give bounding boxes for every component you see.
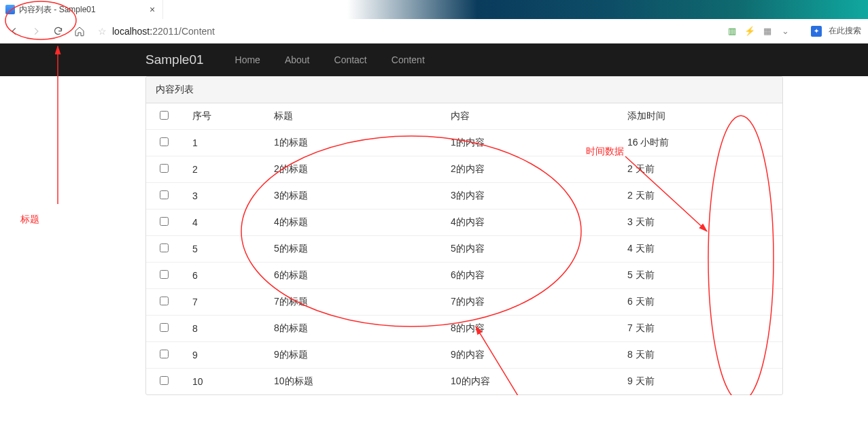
search-engine-icon[interactable]: ✦ <box>811 26 822 37</box>
cell-time: 7 天前 <box>622 316 782 342</box>
cell-time: 2 天前 <box>622 183 782 209</box>
new-tab-button[interactable]: ＋ <box>163 0 182 19</box>
row-checkbox[interactable] <box>160 137 169 146</box>
cell-index: 2 <box>187 156 268 183</box>
reload-button[interactable] <box>50 24 65 39</box>
back-button[interactable] <box>7 24 22 39</box>
row-checkbox[interactable] <box>160 297 169 305</box>
cell-title: 3的标题 <box>268 183 445 209</box>
nav-link-home[interactable]: Home <box>223 44 273 76</box>
header-checkbox[interactable] <box>160 111 169 120</box>
row-checkbox[interactable] <box>160 350 169 358</box>
table-row: 44的标题4的内容3 天前 <box>146 209 782 236</box>
toolbar-right: ▥ ⚡ ▦ ⌄ ✦ 在此搜索 <box>727 25 861 37</box>
url-host: localhost: <box>112 26 152 37</box>
arrow-left-icon <box>10 27 19 36</box>
forward-button[interactable] <box>29 24 44 39</box>
row-checkbox[interactable] <box>160 243 169 252</box>
cell-index: 9 <box>187 342 268 369</box>
brand-label[interactable]: Sample01 <box>145 52 204 67</box>
url-path: 22011/Content <box>152 26 215 37</box>
cell-index: 10 <box>187 369 268 395</box>
cell-title: 6的标题 <box>268 263 445 289</box>
reload-icon <box>53 26 63 36</box>
cell-content: 3的内容 <box>445 183 622 209</box>
tab-title: 内容列表 - Sample01 <box>19 4 147 16</box>
cell-title: 8的标题 <box>268 316 445 342</box>
row-checkbox[interactable] <box>160 270 169 279</box>
cell-title: 9的标题 <box>268 342 445 369</box>
cell-index: 1 <box>187 130 268 156</box>
row-checkbox[interactable] <box>160 164 169 173</box>
panel-title: 内容列表 <box>146 77 782 103</box>
close-tab-icon[interactable]: × <box>147 4 157 15</box>
cell-time: 4 天前 <box>622 236 782 263</box>
table-row: 11的标题1的内容16 小时前 <box>146 130 782 156</box>
cell-title: 1的标题 <box>268 130 445 156</box>
cell-content: 1的内容 <box>445 130 622 156</box>
cell-index: 8 <box>187 316 268 342</box>
browser-toolbar: ☆ localhost:22011/Content ▥ ⚡ ▦ ⌄ ✦ 在此搜索 <box>0 19 868 44</box>
content-panel: 内容列表 序号 标题 内容 添加时间 11的标题1的内容16 小时前22的标题2… <box>145 76 783 395</box>
home-icon <box>74 26 85 37</box>
browser-title-bar: 内容列表 - Sample01 × ＋ <box>0 0 868 19</box>
arrow-right-icon <box>31 27 41 36</box>
cell-content: 4的内容 <box>445 209 622 236</box>
nav-link-about[interactable]: About <box>273 44 322 76</box>
chevron-down-icon[interactable]: ⌄ <box>780 26 791 36</box>
address-bar[interactable]: ☆ localhost:22011/Content <box>94 22 720 40</box>
cell-content: 7的内容 <box>445 289 622 316</box>
cell-content: 9的内容 <box>445 342 622 369</box>
nav-link-contact[interactable]: Contact <box>322 44 379 76</box>
cell-index: 7 <box>187 289 268 316</box>
book-icon[interactable]: ▥ <box>727 26 737 36</box>
cell-index: 6 <box>187 263 268 289</box>
cell-index: 4 <box>187 209 268 236</box>
search-placeholder[interactable]: 在此搜索 <box>829 25 861 37</box>
table-row: 66的标题6的内容5 天前 <box>146 263 782 289</box>
header-title: 标题 <box>268 103 445 130</box>
cell-title: 10的标题 <box>268 369 445 395</box>
star-icon[interactable]: ☆ <box>98 26 107 37</box>
table-row: 1010的标题10的内容9 天前 <box>146 369 782 395</box>
flash-icon[interactable]: ⚡ <box>744 26 755 36</box>
row-checkbox[interactable] <box>160 217 169 226</box>
header-index: 序号 <box>187 103 268 130</box>
cell-time: 2 天前 <box>622 156 782 183</box>
cell-content: 8的内容 <box>445 316 622 342</box>
cell-title: 5的标题 <box>268 236 445 263</box>
cell-time: 6 天前 <box>622 289 782 316</box>
cell-title: 2的标题 <box>268 156 445 183</box>
qr-icon[interactable]: ▦ <box>762 26 773 36</box>
cell-index: 5 <box>187 236 268 263</box>
cell-time: 16 小时前 <box>622 130 782 156</box>
row-checkbox[interactable] <box>160 323 169 332</box>
cell-time: 3 天前 <box>622 209 782 236</box>
table-row: 77的标题7的内容6 天前 <box>146 289 782 316</box>
cell-content: 2的内容 <box>445 156 622 183</box>
header-time: 添加时间 <box>622 103 782 130</box>
header-checkbox-cell <box>146 103 187 130</box>
table-row: 88的标题8的内容7 天前 <box>146 316 782 342</box>
cell-content: 6的内容 <box>445 263 622 289</box>
home-button[interactable] <box>72 24 87 39</box>
table-row: 22的标题2的内容2 天前 <box>146 156 782 183</box>
cell-time: 5 天前 <box>622 263 782 289</box>
row-checkbox[interactable] <box>160 190 169 199</box>
header-content: 内容 <box>445 103 622 130</box>
cell-time: 9 天前 <box>622 369 782 395</box>
table-row: 99的标题9的内容8 天前 <box>146 342 782 369</box>
table-header-row: 序号 标题 内容 添加时间 <box>146 103 782 130</box>
cell-content: 10的内容 <box>445 369 622 395</box>
nav-link-content[interactable]: Content <box>379 44 437 76</box>
table-row: 33的标题3的内容2 天前 <box>146 183 782 209</box>
cell-title: 7的标题 <box>268 289 445 316</box>
url-text: localhost:22011/Content <box>112 26 716 37</box>
table-row: 55的标题5的内容4 天前 <box>146 236 782 263</box>
favicon-icon <box>5 5 15 14</box>
cell-index: 3 <box>187 183 268 209</box>
browser-tab[interactable]: 内容列表 - Sample01 × <box>0 0 163 19</box>
content-table: 序号 标题 内容 添加时间 11的标题1的内容16 小时前22的标题2的内容2 … <box>146 103 782 394</box>
row-checkbox[interactable] <box>160 376 169 385</box>
cell-content: 5的内容 <box>445 236 622 263</box>
